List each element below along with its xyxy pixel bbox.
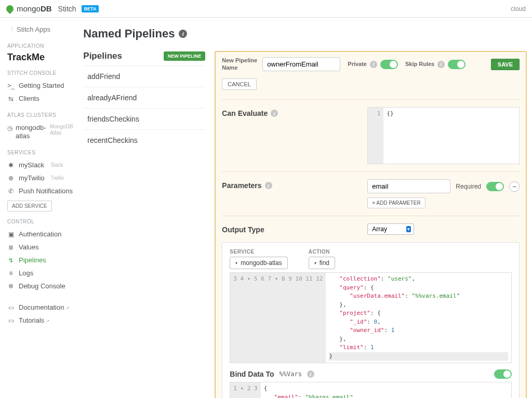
output-type-select[interactable]: Array — [367, 223, 414, 235]
add-service-button[interactable]: ADD SERVICE — [7, 201, 52, 211]
code-gutter: 1 ▾ 2 3 — [230, 382, 260, 398]
cluster-icon: ◷ — [7, 125, 12, 132]
service-header: SERVICE — [230, 249, 287, 255]
slack-icon: ✱ — [7, 162, 15, 169]
pipeline-item[interactable]: recentCheckins — [83, 129, 205, 151]
private-label: Private — [348, 61, 367, 68]
pipelines-icon: ↯ — [7, 257, 15, 264]
chevron-left-icon: 〈 — [7, 25, 14, 34]
logs-icon: ≡ — [7, 270, 15, 277]
vars-token: %%Vars — [280, 370, 302, 378]
auth-icon: ▣ — [7, 231, 15, 238]
code-gutter: 3 4 ▾ 5 6 7 ▾ 8 9 10 11 12 — [230, 273, 326, 363]
top-right-text: cloud — [511, 5, 526, 12]
nav-getting-started[interactable]: >_Getting Started — [7, 79, 75, 92]
pipeline-item[interactable]: friendsCheckins — [83, 108, 205, 129]
output-type-label: Output Type — [222, 223, 357, 234]
add-parameter-button[interactable]: + ADD PARAMETER — [367, 197, 425, 208]
can-evaluate-label: Can Evaluatei — [222, 107, 357, 117]
stage-code-editor[interactable]: 3 4 ▾ 5 6 7 ▾ 8 9 10 11 12 "collection":… — [230, 272, 512, 363]
pipeline-item[interactable]: alreadyAFriend — [83, 87, 205, 108]
new-pipeline-button[interactable]: NEW PIPELINE — [164, 51, 206, 61]
tutorials-icon: ▭ — [7, 317, 15, 324]
vars-code-editor[interactable]: 1 ▾ 2 3 { "email": "%%args.email" } — [230, 382, 512, 398]
action-header: ACTION — [309, 249, 335, 255]
nav-service-twilio[interactable]: ⊕myTwilioTwilio — [7, 171, 75, 184]
pipeline-list: Pipelines NEW PIPELINE addFriend already… — [83, 51, 205, 398]
section-control: CONTROL — [7, 219, 75, 224]
nav-authentication[interactable]: ▣Authentication — [7, 228, 75, 241]
action-dropdown[interactable]: ▾find — [309, 257, 335, 269]
nav-service-slack[interactable]: ✱mySlackSlack — [7, 158, 75, 171]
nav-debug[interactable]: ✲Debug Console — [7, 280, 75, 293]
remove-parameter-button[interactable]: − — [509, 181, 520, 192]
required-toggle[interactable] — [486, 182, 504, 191]
pipeline-editor: New Pipeline Name Private i Skip Rules i — [215, 51, 527, 398]
beta-badge: BETA — [82, 5, 99, 12]
docs-icon: ▭ — [7, 304, 15, 311]
save-button[interactable]: SAVE — [491, 59, 520, 70]
chevron-down-icon: ▾ — [314, 261, 316, 266]
code-body: { "email": "%%args.email" } — [261, 382, 511, 398]
mongodb-leaf-icon — [5, 4, 15, 14]
values-icon: ≣ — [7, 244, 15, 251]
nav-logs[interactable]: ≡Logs — [7, 267, 75, 280]
debug-icon: ✲ — [7, 283, 15, 290]
private-toggle[interactable] — [380, 60, 398, 69]
pipeline-stage: SERVICE ▾mongodb-atlas ACTION ▾find 3 4 … — [222, 242, 520, 398]
pipeline-name-input[interactable] — [262, 57, 340, 71]
info-icon[interactable]: i — [265, 182, 272, 189]
pipeline-item[interactable]: addFriend — [83, 65, 205, 87]
section-services: SERVICES — [7, 150, 75, 155]
info-icon[interactable]: i — [370, 61, 377, 68]
nav-tutorials[interactable]: ▭Tutorials — [7, 314, 75, 327]
section-clusters: ATLAS CLUSTERS — [7, 112, 75, 118]
twilio-icon: ⊕ — [7, 175, 15, 182]
section-console: STITCH CONSOLE — [7, 70, 75, 76]
back-to-apps[interactable]: 〈 Stitch Apps — [7, 25, 75, 34]
parameters-label: Parametersi — [222, 179, 357, 190]
nav-pipelines[interactable]: ↯Pipelines — [7, 254, 75, 267]
cancel-button[interactable]: CANCEL — [222, 78, 257, 90]
stitch-label: Stitch — [58, 5, 76, 13]
app-name: TrackMe — [7, 52, 75, 63]
nav-documentation[interactable]: ▭Documentation — [7, 301, 75, 314]
required-label: Required — [456, 183, 481, 190]
topbar: mongoDB Stitch BETA cloud — [0, 0, 532, 18]
info-icon[interactable]: i — [437, 61, 445, 68]
brand-text: mongoDB — [17, 4, 52, 13]
chevron-down-icon: ▾ — [235, 261, 237, 266]
parameter-name-input[interactable] — [367, 179, 450, 193]
info-icon[interactable]: i — [179, 30, 187, 38]
push-icon: ✆ — [7, 188, 15, 195]
nav-service-push[interactable]: ✆Push Notifications — [7, 184, 75, 197]
logo-area: mongoDB Stitch BETA — [6, 4, 99, 13]
nav-clients[interactable]: ⇆Clients — [7, 92, 75, 105]
info-icon[interactable]: i — [307, 370, 314, 378]
can-evaluate-editor[interactable]: 1 {} — [367, 107, 520, 164]
page-title: Named Pipelines i — [83, 27, 527, 41]
bind-data-label: Bind Data To — [230, 370, 274, 378]
skip-rules-label: Skip Rules — [405, 61, 434, 68]
skip-rules-toggle[interactable] — [448, 60, 466, 69]
sidebar: 〈 Stitch Apps APPLICATION TrackMe STITCH… — [0, 18, 79, 398]
service-dropdown[interactable]: ▾mongodb-atlas — [230, 257, 287, 269]
cluster-item[interactable]: ◷ mongodb-atlas MongoDB Atlas — [7, 121, 75, 142]
code-body: "collection": "users", "query": { "userD… — [326, 273, 511, 363]
output-type-select-wrap: Array — [367, 223, 414, 235]
clients-icon: ⇆ — [7, 95, 15, 102]
section-application: APPLICATION — [7, 43, 75, 49]
nav-values[interactable]: ≣Values — [7, 241, 75, 254]
terminal-icon: >_ — [7, 82, 15, 89]
pipeline-list-title: Pipelines — [83, 51, 122, 61]
bind-data-toggle[interactable] — [494, 369, 512, 379]
name-label: New Pipeline Name — [222, 57, 258, 71]
info-icon[interactable]: i — [271, 110, 278, 117]
